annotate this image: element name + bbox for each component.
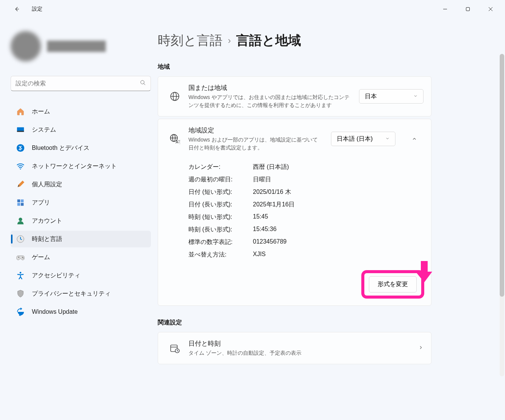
format-details: カレンダー:西暦 (日本語) 週の最初の曜日:日曜日 日付 (短い形式):202… [158, 159, 431, 270]
svg-text:A字: A字 [176, 140, 180, 144]
sidebar-item-time-language[interactable]: 時刻と言語 [11, 231, 151, 247]
detail-row: 並べ替え方法:XJIS [188, 249, 420, 261]
personalization-icon [16, 180, 25, 189]
sidebar-item-label: 個人用設定 [32, 181, 62, 189]
region-card-desc: Windows やアプリでは、お住まいの国または地域に対応したコンテンツを提供す… [188, 93, 351, 109]
scrollbar[interactable] [500, 54, 504, 376]
privacy-icon [16, 289, 25, 298]
svg-line-5 [144, 83, 145, 85]
regional-format-dropdown[interactable]: 日本語 (日本) [331, 132, 395, 146]
sidebar-item-label: ホーム [32, 108, 50, 116]
svg-point-14 [19, 218, 22, 221]
sidebar-item-label: 時刻と言語 [32, 235, 62, 243]
date-time-card[interactable]: 日付と時刻 タイム ゾーン、時計の自動設定、予定表の表示 [158, 332, 431, 364]
svg-point-18 [20, 272, 22, 274]
detail-row: 時刻 (長い形式):15:45:36 [188, 223, 420, 236]
sidebar-item-label: アクセシビリティ [32, 272, 80, 280]
sidebar-item-gaming[interactable]: ゲーム [11, 249, 151, 266]
accessibility-icon [16, 271, 25, 280]
callout-arrow-icon [416, 261, 433, 284]
scrollbar-thumb[interactable] [500, 54, 504, 297]
sidebar: ホーム システム Bluetooth とデバイス ネットワークとインターネット … [0, 18, 155, 420]
sidebar-item-apps[interactable]: アプリ [11, 194, 151, 211]
svg-rect-11 [21, 200, 24, 203]
chevron-down-icon [413, 93, 418, 100]
format-card-title: 地域設定 [188, 126, 323, 135]
sidebar-item-label: Bluetooth とデバイス [32, 144, 89, 152]
callout-highlight: 形式を変更 [361, 270, 424, 299]
titlebar: 設定 [0, 0, 505, 18]
profile-block[interactable] [11, 31, 155, 61]
time-language-icon [16, 234, 25, 244]
detail-row: 標準の数字表記:0123456789 [188, 236, 420, 249]
svg-point-4 [141, 80, 144, 84]
accounts-icon [16, 216, 25, 225]
minimize-button[interactable] [434, 2, 456, 17]
detail-row: 日付 (長い形式):2025年1月16日 [188, 198, 420, 211]
svg-point-8 [17, 144, 24, 152]
calendar-clock-icon [169, 343, 180, 354]
sidebar-item-accessibility[interactable]: アクセシビリティ [11, 267, 151, 284]
svg-rect-10 [17, 200, 20, 203]
globe-language-icon: A字 [169, 134, 180, 144]
close-button[interactable] [479, 2, 502, 17]
sidebar-item-label: Windows Update [32, 308, 78, 315]
system-icon [16, 125, 25, 134]
avatar [11, 31, 41, 61]
windows-update-icon [16, 307, 25, 316]
sidebar-item-label: ゲーム [32, 253, 50, 261]
chevron-down-icon [385, 135, 390, 142]
gaming-icon [16, 253, 25, 262]
datetime-card-desc: タイム ゾーン、時計の自動設定、予定表の表示 [188, 349, 410, 357]
sidebar-item-label: アカウント [32, 217, 62, 225]
sidebar-item-bluetooth[interactable]: Bluetooth とデバイス [11, 140, 151, 156]
svg-rect-7 [17, 131, 24, 132]
svg-point-17 [23, 258, 24, 258]
sidebar-item-label: システム [32, 126, 56, 134]
globe-icon [169, 91, 180, 102]
chevron-right-icon: › [228, 35, 231, 46]
svg-rect-12 [17, 203, 20, 206]
sidebar-item-accounts[interactable]: アカウント [11, 212, 151, 229]
sidebar-item-label: ネットワークとインターネット [32, 162, 117, 170]
detail-row: 週の最初の曜日:日曜日 [188, 173, 420, 186]
chevron-right-icon [418, 345, 423, 352]
regional-format-value: 日本語 (日本) [337, 135, 373, 143]
network-icon [16, 162, 25, 171]
sidebar-item-home[interactable]: ホーム [11, 103, 151, 120]
datetime-card-title: 日付と時刻 [188, 339, 410, 348]
svg-point-16 [22, 257, 23, 258]
sidebar-item-privacy[interactable]: プライバシーとセキュリティ [11, 285, 151, 302]
svg-rect-1 [466, 8, 470, 11]
region-dropdown[interactable]: 日本 [359, 89, 423, 104]
regional-format-card: A字 地域設定 Windows および一部のアプリは、地域設定に基づいて日付と時… [158, 119, 431, 306]
region-dropdown-value: 日本 [365, 93, 377, 101]
detail-row: カレンダー:西暦 (日本語) [188, 161, 420, 173]
svg-point-9 [20, 168, 21, 170]
maximize-button[interactable] [456, 2, 479, 17]
section-related-label: 関連設定 [158, 319, 496, 327]
bluetooth-icon [16, 143, 25, 153]
sidebar-item-personalization[interactable]: 個人用設定 [11, 176, 151, 193]
sidebar-item-system[interactable]: システム [11, 121, 151, 138]
home-icon [16, 107, 25, 116]
collapse-button[interactable] [405, 130, 423, 148]
format-card-desc: Windows および一部のアプリは、地域設定に基づいて日付と時刻を書式設定しま… [188, 136, 323, 152]
search-input-wrap[interactable] [11, 76, 151, 91]
change-format-button[interactable]: 形式を変更 [369, 276, 417, 293]
detail-row: 日付 (短い形式):2025/01/16 木 [188, 186, 420, 198]
section-region-label: 地域 [158, 63, 496, 71]
back-button[interactable] [11, 3, 23, 15]
sidebar-item-network[interactable]: ネットワークとインターネット [11, 158, 151, 175]
page-title: 言語と地域 [236, 32, 301, 49]
breadcrumb: 時刻と言語 › 言語と地域 [158, 32, 496, 49]
sidebar-item-windows-update[interactable]: Windows Update [11, 304, 151, 320]
apps-icon [16, 198, 25, 207]
region-card-title: 国または地域 [188, 83, 351, 92]
content-area: 時刻と言語 › 言語と地域 地域 国または地域 Windows やアプリでは、お… [155, 18, 505, 420]
search-input[interactable] [16, 80, 140, 87]
svg-rect-13 [21, 203, 24, 206]
profile-name [47, 41, 106, 52]
breadcrumb-parent[interactable]: 時刻と言語 [158, 32, 223, 49]
sidebar-item-label: プライバシーとセキュリティ [32, 290, 111, 298]
